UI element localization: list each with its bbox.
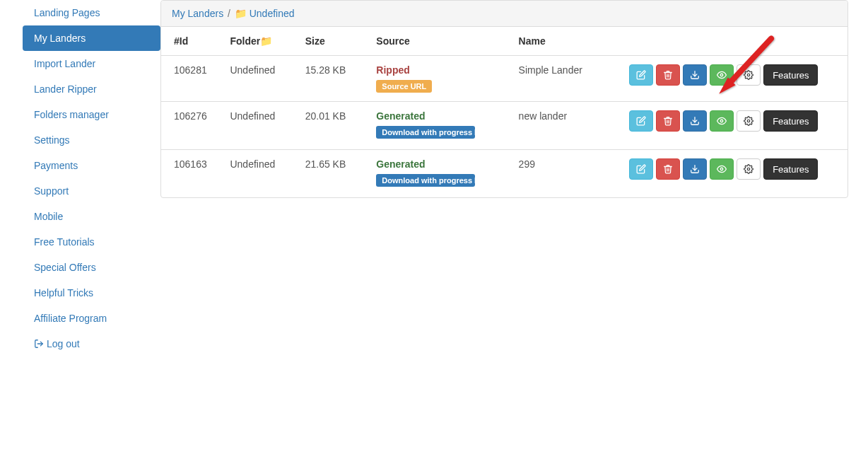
edit-icon [636, 70, 646, 80]
sidebar-item-import-lander[interactable]: Import Lander [23, 51, 160, 76]
logout-link[interactable]: Log out [23, 331, 160, 358]
edit-icon [636, 164, 646, 174]
source-badge[interactable]: Download with progress ba [376, 174, 475, 187]
svg-point-5 [720, 120, 723, 122]
table-row: 106276Undefined20.01 KBGeneratedDownload… [161, 102, 848, 150]
sidebar-item-support[interactable]: Support [23, 178, 160, 204]
col-header-name: Name [513, 27, 624, 56]
settings-icon [744, 70, 753, 80]
breadcrumb-folder-name: Undefined [250, 8, 295, 19]
svg-point-6 [747, 120, 750, 122]
settings-icon [744, 116, 753, 126]
cell-size: 15.28 KB [300, 56, 371, 102]
panel: My Landers / 📁 Undefined #Id Folder📁 Siz… [160, 0, 848, 198]
features-button[interactable]: Features [763, 158, 818, 180]
download-button[interactable] [683, 110, 707, 132]
cell-source: GeneratedDownload with progress ba [370, 102, 512, 150]
delete-icon [663, 70, 673, 80]
preview-icon [716, 116, 727, 126]
preview-icon [716, 70, 727, 80]
delete-icon [663, 116, 673, 126]
sidebar-item-helpful-tricks[interactable]: Helpful Tricks [23, 280, 160, 306]
logout-icon [34, 339, 44, 351]
cell-name: Simple Lander [513, 56, 624, 102]
source-label: Generated [376, 158, 507, 170]
sidebar-item-folders-manager[interactable]: Folders manager [23, 102, 160, 127]
logout-label: Log out [47, 338, 80, 349]
col-header-id: #Id [161, 27, 224, 56]
folder-icon: 📁 [235, 8, 247, 19]
download-icon [690, 116, 700, 126]
col-header-actions [623, 27, 848, 56]
source-label: Ripped [376, 64, 507, 76]
cell-actions: Features [623, 150, 848, 198]
col-header-size: Size [300, 27, 371, 56]
cell-id: 106276 [161, 102, 224, 150]
sidebar-item-payments[interactable]: Payments [23, 153, 160, 178]
settings-button[interactable] [737, 158, 761, 180]
preview-button[interactable] [710, 158, 734, 180]
edit-button[interactable] [629, 158, 653, 180]
cell-source: RippedSource URL [370, 56, 512, 102]
cell-folder: Undefined [224, 56, 299, 102]
svg-point-3 [747, 74, 750, 76]
cell-name: new lander [513, 102, 624, 150]
cell-name: 299 [513, 150, 624, 198]
source-label: Generated [376, 110, 507, 122]
edit-icon [636, 116, 646, 126]
sidebar-item-mobile[interactable]: Mobile [23, 204, 160, 229]
cell-source: GeneratedDownload with progress ba [370, 150, 512, 198]
cell-size: 20.01 KB [300, 102, 371, 150]
download-button[interactable] [683, 158, 707, 180]
sidebar-item-special-offers[interactable]: Special Offers [23, 255, 160, 280]
cell-actions: Features [623, 102, 848, 150]
breadcrumb-separator: / [228, 8, 230, 19]
landers-table: #Id Folder📁 Size Source Name 106281Undef… [161, 27, 848, 197]
settings-button[interactable] [737, 110, 761, 132]
cell-id: 106281 [161, 56, 224, 102]
sidebar-item-my-landers[interactable]: My Landers [23, 25, 160, 51]
download-icon [690, 70, 700, 80]
sidebar-item-landing-pages[interactable]: Landing Pages [23, 0, 160, 25]
features-button[interactable]: Features [763, 64, 818, 86]
sidebar-item-lander-ripper[interactable]: Lander Ripper [23, 76, 160, 102]
cell-folder: Undefined [224, 102, 299, 150]
sidebar-item-affiliate-program[interactable]: Affiliate Program [23, 306, 160, 331]
preview-icon [716, 164, 727, 174]
main-content: My Landers / 📁 Undefined #Id Folder📁 Siz… [160, 0, 848, 198]
delete-button[interactable] [656, 158, 680, 180]
preview-button[interactable] [710, 64, 734, 86]
cell-folder: Undefined [224, 150, 299, 198]
download-button[interactable] [683, 64, 707, 86]
col-header-source: Source [370, 27, 512, 56]
preview-button[interactable] [710, 110, 734, 132]
sidebar: Landing PagesMy LandersImport LanderLand… [23, 0, 160, 358]
svg-point-9 [747, 168, 750, 170]
edit-button[interactable] [629, 110, 653, 132]
sidebar-item-settings[interactable]: Settings [23, 127, 160, 153]
cell-actions: Features [623, 56, 848, 102]
source-badge[interactable]: Download with progress ba [376, 126, 475, 139]
breadcrumb-folder-link[interactable]: 📁 Undefined [235, 8, 295, 19]
cell-id: 106163 [161, 150, 224, 198]
folder-icon: 📁 [260, 35, 272, 47]
table-row: 106163Undefined21.65 KBGeneratedDownload… [161, 150, 848, 198]
download-icon [690, 164, 700, 174]
sidebar-item-free-tutorials[interactable]: Free Tutorials [23, 229, 160, 255]
col-header-folder: Folder📁 [224, 27, 299, 56]
table-row: 106281Undefined15.28 KBRippedSource URLS… [161, 56, 848, 102]
source-badge[interactable]: Source URL [376, 80, 432, 93]
features-button[interactable]: Features [763, 110, 818, 132]
settings-icon [744, 164, 753, 174]
svg-point-2 [720, 74, 723, 76]
delete-button[interactable] [656, 64, 680, 86]
breadcrumb-root[interactable]: My Landers [172, 8, 223, 19]
breadcrumb: My Landers / 📁 Undefined [161, 1, 848, 27]
svg-point-8 [720, 168, 723, 170]
edit-button[interactable] [629, 64, 653, 86]
settings-button[interactable] [737, 64, 761, 86]
cell-size: 21.65 KB [300, 150, 371, 198]
delete-button[interactable] [656, 110, 680, 132]
delete-icon [663, 164, 673, 174]
